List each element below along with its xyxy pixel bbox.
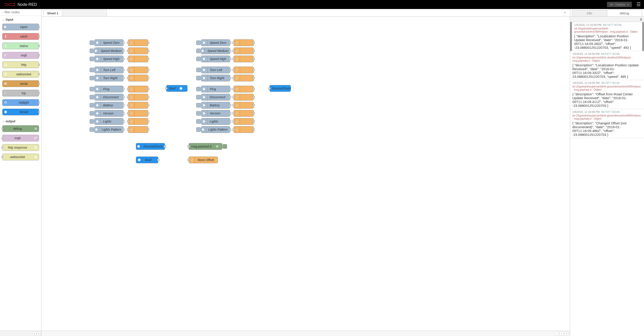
inject-node[interactable]: Lights	[201, 118, 230, 125]
debug-entry[interactable]: 1/5/2016, 12:16:09 PM6fe74f77.9018b iot-…	[570, 80, 644, 109]
port-out[interactable]	[229, 96, 231, 98]
function-node[interactable]: f	[128, 102, 148, 109]
port-out[interactable]	[147, 88, 149, 90]
inject-node[interactable]: Lights Pattern	[201, 126, 230, 133]
palette-node-websocket[interactable]: websocket	[2, 154, 39, 160]
port-out[interactable]	[229, 77, 231, 79]
port-out[interactable]	[122, 104, 124, 106]
port-out[interactable]	[229, 104, 231, 106]
inject-trigger-button[interactable]	[196, 127, 201, 132]
port-out[interactable]	[252, 88, 255, 90]
function-node[interactable]: f	[234, 102, 254, 109]
debug-entry[interactable]: 1/5/2016, 12:16:09 PM6fe74f77.9018b iot-…	[570, 22, 644, 51]
port-out[interactable]	[252, 42, 255, 44]
function-node[interactable]: f	[128, 94, 148, 101]
inject-node[interactable]: Turn Right	[94, 75, 124, 81]
port-out[interactable]	[252, 120, 255, 123]
port-in[interactable]	[232, 120, 235, 123]
inject-node[interactable]: Lights Pattern	[94, 126, 124, 133]
inject-node[interactable]: Speed Medium	[201, 48, 230, 54]
port-out[interactable]	[122, 42, 124, 44]
port-in[interactable]	[232, 42, 235, 44]
palette-node-catch[interactable]: catch	[2, 33, 39, 40]
function-node[interactable]: f	[234, 39, 254, 46]
port-in[interactable]	[232, 104, 235, 106]
debug-toggle-button[interactable]	[222, 144, 227, 149]
function-node[interactable]: f	[234, 86, 254, 92]
inject-node[interactable]: Battery	[201, 102, 230, 109]
port-out[interactable]	[147, 120, 149, 123]
port-out[interactable]	[252, 112, 255, 114]
inject-trigger-button[interactable]	[90, 95, 94, 99]
inject-trigger-button[interactable]	[90, 57, 94, 61]
port-in[interactable]	[127, 88, 129, 90]
debug-entry[interactable]: 1/5/2016, 12:16:09 PM6fe74f77.9018b iot-…	[570, 109, 644, 138]
port-out[interactable]	[229, 112, 231, 114]
function-node[interactable]: f	[234, 126, 254, 133]
port-in[interactable]	[127, 112, 129, 114]
inject-trigger-button[interactable]	[196, 119, 201, 124]
inject-trigger-button[interactable]	[90, 76, 94, 80]
sidebar-tab-info[interactable]: info	[572, 10, 607, 17]
inject-trigger-button[interactable]	[90, 87, 94, 91]
inject-trigger-button[interactable]	[196, 111, 201, 116]
function-node[interactable]: f	[234, 48, 254, 54]
function-node[interactable]: f	[128, 126, 148, 133]
inject-trigger-button[interactable]	[90, 68, 94, 72]
port-out[interactable]	[229, 88, 231, 90]
port-in[interactable]	[268, 87, 270, 90]
port-out[interactable]	[229, 50, 231, 52]
inject-node[interactable]: Lights	[94, 118, 124, 125]
inject-node[interactable]: Speed Zero	[94, 39, 124, 46]
port-out[interactable]	[122, 112, 124, 114]
inject-node[interactable]: Ping	[201, 86, 230, 92]
inject-trigger-button[interactable]	[196, 57, 201, 61]
inject-node[interactable]: Version	[201, 110, 230, 117]
function-node[interactable]: f	[128, 110, 148, 117]
port-in[interactable]	[232, 69, 235, 71]
port-in[interactable]	[165, 87, 167, 90]
palette-node-http[interactable]: http	[2, 61, 39, 68]
port-in[interactable]	[127, 104, 129, 106]
palette-node-http-response[interactable]: http response	[2, 144, 39, 151]
ibmiot-in-node[interactable]: Skull	[136, 156, 158, 163]
port-out[interactable]	[229, 120, 231, 123]
function-node[interactable]: f	[128, 56, 148, 62]
function-node[interactable]: f	[128, 118, 148, 125]
function-node[interactable]: f	[234, 56, 254, 62]
port-out[interactable]	[229, 128, 231, 131]
port-in[interactable]	[127, 42, 129, 44]
inject-node[interactable]: Disconnect	[201, 94, 230, 101]
port-in[interactable]	[188, 145, 190, 147]
inject-node[interactable]: Version	[94, 110, 124, 117]
function-node[interactable]: f	[128, 86, 148, 92]
port-in[interactable]	[127, 96, 129, 98]
inject-trigger-button[interactable]	[196, 103, 201, 107]
port-in[interactable]	[232, 112, 235, 114]
inject-trigger-button[interactable]	[90, 103, 94, 107]
zoom-out-button[interactable]: −	[555, 331, 559, 335]
inject-trigger-button[interactable]	[90, 49, 94, 53]
inject-trigger-button[interactable]	[90, 111, 94, 116]
palette-node-inject[interactable]: inject	[2, 24, 39, 30]
inject-node[interactable]: Battery	[94, 102, 124, 109]
inject-node[interactable]: Speed High	[201, 56, 230, 62]
palette-node-websocket[interactable]: websocket	[2, 71, 39, 78]
inject-node[interactable]: Turn Right	[201, 75, 230, 81]
inject-trigger-button[interactable]	[196, 41, 201, 45]
port-out[interactable]	[122, 69, 124, 71]
palette-node-ibmiot[interactable]: ibmiot	[2, 109, 39, 115]
workspace-tab[interactable]: Sheet 1	[43, 10, 62, 17]
function-node[interactable]: f	[234, 118, 254, 125]
port-out[interactable]	[122, 96, 124, 98]
port-out[interactable]	[147, 77, 149, 79]
palette-filter-input[interactable]	[4, 10, 40, 14]
port-out[interactable]	[147, 69, 149, 71]
port-out[interactable]	[252, 128, 255, 131]
palette-node-serial[interactable]: serial	[2, 80, 39, 87]
port-out[interactable]	[229, 69, 231, 71]
function-node[interactable]: f	[234, 75, 254, 81]
inject-node[interactable]: Speed High	[94, 56, 124, 62]
inject-node[interactable]: Speed Medium	[94, 48, 124, 54]
inject-trigger-button[interactable]	[196, 49, 201, 53]
